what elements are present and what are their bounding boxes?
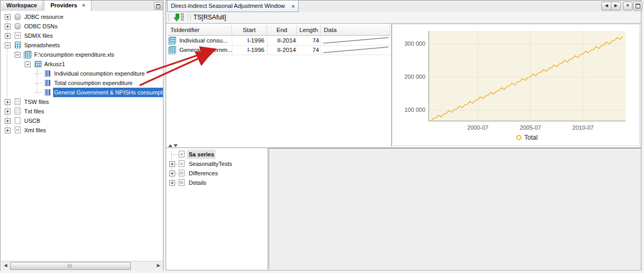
tree-row[interactable]: Txt files xyxy=(1,107,163,116)
results-tree-label[interactable]: SeasonalityTests xyxy=(187,159,234,169)
tree-item-label[interactable]: Total consumption expenditure xyxy=(53,78,134,88)
results-tree-panel: sSa seriessSeasonalityTestsDDifferencesD… xyxy=(166,148,268,269)
tree-item-label[interactable]: F:\consumption expenditure.xls xyxy=(33,50,115,59)
window-nav-forward-button[interactable]: ▶ xyxy=(611,2,621,10)
tree-row[interactable]: Individual consumption expenditure xyxy=(1,69,163,78)
tree-expand-toggle[interactable] xyxy=(5,128,11,133)
table-header-cell-data[interactable]: Data xyxy=(321,25,390,36)
tab-providers-label: Providers xyxy=(50,2,77,8)
tree-expand-toggle[interactable] xyxy=(5,14,11,20)
results-tree-row[interactable]: DDetails xyxy=(166,178,268,187)
chart-plot[interactable] xyxy=(428,31,626,121)
results-tree-row[interactable]: sSeasonalityTests xyxy=(166,159,268,169)
tree-item-label[interactable]: Spreadsheets xyxy=(23,40,61,50)
tree-connector xyxy=(35,92,42,93)
maximize-icon xyxy=(636,4,640,8)
tree-row[interactable]: USCB xyxy=(1,116,163,125)
database-icon xyxy=(15,14,21,20)
spreadsheet-series-icon xyxy=(169,37,176,44)
tree-item-label[interactable]: TSW files xyxy=(23,97,50,107)
txt-icon xyxy=(15,98,21,105)
tree-row[interactable]: Total consumption expenditure xyxy=(1,78,163,88)
table-cell-start: I-1996 xyxy=(232,36,264,45)
document-tab-label: Direct-Indirect Seasonal Adjustment Wind… xyxy=(171,3,285,9)
txt-icon xyxy=(15,108,21,114)
scroll-thumb[interactable] xyxy=(10,262,131,270)
tab-providers[interactable]: Providers ✕ xyxy=(45,1,91,11)
tree-expand-toggle[interactable] xyxy=(5,99,11,105)
tree-expand-toggle[interactable] xyxy=(5,33,11,39)
tree-horizontal-scrollbar[interactable]: ◀ ▶ xyxy=(1,261,163,270)
tree-row[interactable]: TSW files xyxy=(1,97,163,107)
tree-row[interactable]: SDMX files xyxy=(1,31,163,40)
results-tree-row[interactable]: sSa series xyxy=(166,150,268,159)
toolbar-separator xyxy=(190,14,191,21)
tree-expand-toggle[interactable] xyxy=(5,118,11,124)
tree-expand-toggle[interactable] xyxy=(5,24,11,29)
table-header-cell-length[interactable]: Length xyxy=(297,25,321,36)
tree-row[interactable]: Spreadsheets xyxy=(1,40,163,50)
tree-item-label[interactable]: Arkusz1 xyxy=(43,59,66,69)
document-tab-close-icon[interactable]: ✕ xyxy=(291,1,295,12)
table-row[interactable]: General Governm...I-1996II-201474 xyxy=(167,45,390,55)
tree-item-label[interactable]: General Government & NPISHs consumption xyxy=(53,88,163,97)
tree-item-label[interactable]: JDBC resource xyxy=(23,12,65,22)
sheet-icon xyxy=(15,41,21,48)
chart-panel: 300 000200 000100 0002000-072005-072010-… xyxy=(391,24,640,146)
scroll-left-button[interactable]: ◀ xyxy=(2,262,9,269)
tree-item-label[interactable]: SDMX files xyxy=(23,31,54,40)
series-icon xyxy=(45,89,50,96)
report-page-icon: D xyxy=(179,170,185,176)
tree-row[interactable]: Arkusz1 xyxy=(1,59,163,69)
tree-item-label[interactable]: ODBC DSNs xyxy=(23,22,59,31)
window-dropdown-button[interactable]: ▼ xyxy=(623,2,632,10)
results-tree-label[interactable]: Sa series xyxy=(187,150,216,159)
tree-item-label[interactable]: USCB xyxy=(23,116,42,125)
tree-expand-toggle[interactable] xyxy=(25,61,30,67)
window-maximize-button[interactable] xyxy=(633,2,642,10)
legend-label: Total xyxy=(524,134,537,141)
left-panel-tabbar: Workspace Providers ✕ xyxy=(1,1,163,12)
report-page-icon: s xyxy=(179,160,185,167)
tree-item-label[interactable]: Txt files xyxy=(23,107,45,116)
tab-workspace[interactable]: Workspace xyxy=(1,1,43,10)
tree-row[interactable]: ODBC DSNs xyxy=(1,22,163,31)
document-tab[interactable]: Direct-Indirect Seasonal Adjustment Wind… xyxy=(167,1,299,12)
table-row[interactable]: Individual consu...I-1996II-201474 xyxy=(167,36,390,45)
table-cell-length: 74 xyxy=(297,36,319,45)
table-row-divider xyxy=(167,55,390,55)
window-nav-back-button[interactable]: ◀ xyxy=(601,2,611,10)
legend-marker-icon xyxy=(516,135,522,140)
table-header-cell-start[interactable]: Start xyxy=(232,25,267,36)
ts-import-icon[interactable]: 011001 xyxy=(173,13,185,22)
results-tree-label[interactable]: Details xyxy=(187,178,208,187)
y-axis-tick-label: 200 000 xyxy=(394,74,425,80)
table-cell-start: I-1996 xyxy=(232,45,264,55)
table-cell-end: II-2014 xyxy=(267,36,296,45)
table-cell-end: II-2014 xyxy=(267,45,296,55)
chart-legend[interactable]: Total xyxy=(428,134,626,141)
tree-connector xyxy=(35,74,42,75)
tree-row[interactable]: JDBC resource xyxy=(1,12,163,22)
splitter-collapse-up-icon[interactable] xyxy=(168,144,172,147)
scroll-grip-icon xyxy=(68,264,73,268)
panel-minimize-button[interactable] xyxy=(154,2,162,10)
tree-row[interactable]: F:\consumption expenditure.xls xyxy=(1,50,163,59)
tree-expand-toggle[interactable] xyxy=(5,43,11,48)
table-header-cell-tsidentifier[interactable]: TsIdentifier xyxy=(167,25,232,36)
results-tree-label[interactable]: Differences xyxy=(187,169,219,178)
tree-item-label[interactable]: Individual consumption expenditure xyxy=(53,69,146,78)
tree-item-label[interactable]: Xml files xyxy=(23,125,47,135)
tab-close-icon[interactable]: ✕ xyxy=(82,3,86,8)
table-header-cell-end[interactable]: End xyxy=(267,25,297,36)
tree-row[interactable]: General Government & NPISHs consumption xyxy=(1,88,163,97)
scroll-right-button[interactable]: ▶ xyxy=(155,262,162,269)
tree-connector xyxy=(175,164,178,165)
tree-row[interactable]: Xml files xyxy=(1,125,163,135)
tree-connector xyxy=(175,173,178,174)
toolbar-spec-label: TS[RSAfull] xyxy=(193,12,226,23)
tree-expand-toggle[interactable] xyxy=(5,109,11,114)
results-tree-row[interactable]: DDifferences xyxy=(166,169,268,178)
tree-expand-toggle[interactable] xyxy=(15,52,21,58)
splitter-collapse-down-icon[interactable] xyxy=(173,144,178,147)
